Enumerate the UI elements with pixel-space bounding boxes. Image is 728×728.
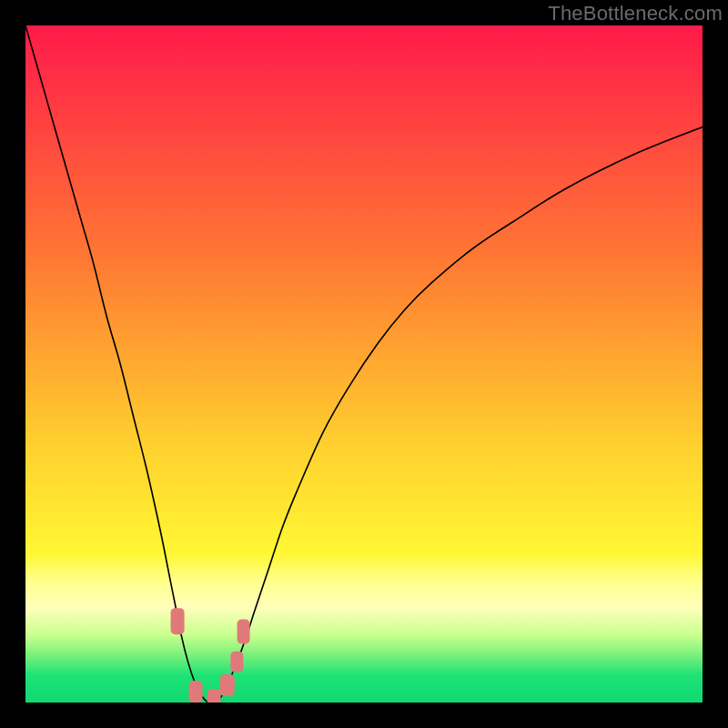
marker-layer (25, 25, 703, 703)
plot-area (25, 25, 703, 703)
curve-marker (237, 619, 250, 643)
chart-frame: TheBottleneck.com (0, 0, 728, 728)
curve-marker (230, 652, 242, 672)
curve-marker (189, 681, 203, 703)
curve-marker (220, 674, 235, 696)
watermark-text: TheBottleneck.com (548, 2, 723, 25)
curve-marker (171, 608, 185, 635)
curve-marker (207, 689, 220, 703)
